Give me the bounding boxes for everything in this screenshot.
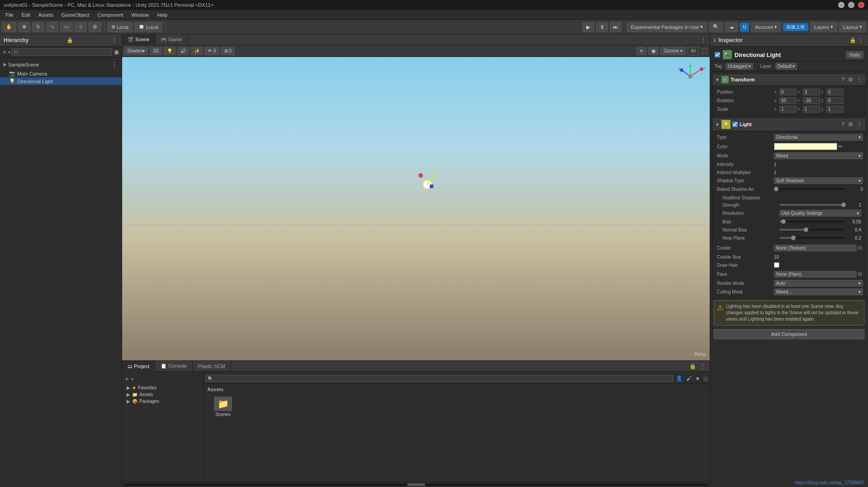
hierarchy-item-light[interactable]: 💡 Directional Light bbox=[0, 77, 122, 85]
transform-more-button[interactable]: ⋮ bbox=[856, 76, 863, 84]
transform-component-header[interactable]: ▼ ⊹ Transform ? ⚙ ⋮ bbox=[712, 73, 866, 86]
scenes-folder-item[interactable]: 📁 Scenes bbox=[207, 395, 239, 419]
hierarchy-expand[interactable]: ▣ bbox=[113, 48, 120, 56]
custom-tool[interactable]: ⚙ bbox=[89, 22, 101, 32]
bias-track[interactable] bbox=[779, 221, 844, 222]
assets-tree-item[interactable]: ▶ 📁 Assets bbox=[124, 391, 201, 398]
inspector-lock-button[interactable]: 🔒 bbox=[849, 36, 857, 44]
menu-file[interactable]: File bbox=[2, 11, 17, 19]
scale-tool[interactable]: ⤡ bbox=[46, 22, 58, 32]
hierarchy-add-button[interactable]: + bbox=[2, 47, 7, 57]
resolution-dropdown[interactable]: Use Quality Settings ▾ bbox=[779, 210, 861, 217]
scene-search-box[interactable]: All bbox=[688, 47, 699, 55]
hierarchy-item-scene[interactable]: SampleScene ⋮ bbox=[0, 60, 122, 70]
pos-z-input[interactable] bbox=[826, 89, 844, 95]
pos-y-input[interactable] bbox=[803, 89, 820, 95]
baked-shadow-track[interactable] bbox=[774, 188, 845, 190]
minimize-button[interactable]: ─ bbox=[838, 2, 844, 8]
scale-y-input[interactable] bbox=[803, 106, 820, 113]
menu-help[interactable]: Help bbox=[153, 11, 171, 19]
tab-game[interactable]: 🎮 Game bbox=[155, 34, 188, 45]
transform-settings-button[interactable]: ⚙ bbox=[847, 76, 854, 84]
rot-y-input[interactable] bbox=[803, 97, 820, 104]
draw-halo-checkbox[interactable] bbox=[774, 262, 779, 268]
menu-edit[interactable]: Edit bbox=[18, 11, 34, 19]
light-object[interactable] bbox=[423, 180, 432, 189]
tag-dropdown[interactable]: Untagged ▾ bbox=[726, 63, 753, 70]
hierarchy-more[interactable]: ⋮ bbox=[111, 36, 118, 44]
cookie-pick-button[interactable]: ⊙ bbox=[857, 244, 863, 252]
menu-assets[interactable]: Assets bbox=[35, 11, 57, 19]
gizmos-dropdown[interactable]: Gizmos ▾ bbox=[660, 47, 686, 55]
account-button[interactable]: Account ▾ bbox=[751, 22, 781, 32]
add-button[interactable]: + bbox=[124, 374, 129, 383]
layers-button[interactable]: Layers ▾ bbox=[810, 22, 837, 32]
scene-tabs-more[interactable]: ⋮ bbox=[700, 36, 710, 44]
scene-maximize[interactable]: ⛶ bbox=[701, 47, 708, 55]
menu-component[interactable]: Component bbox=[94, 11, 127, 19]
packages-tree-item[interactable]: ▶ 📦 Packages bbox=[124, 398, 201, 405]
tab-plasticscm[interactable]: Plastic SCM bbox=[193, 361, 231, 372]
inspector-more-button[interactable]: ⋮ bbox=[857, 36, 864, 44]
bottom-more-button[interactable]: ⋮ bbox=[699, 362, 706, 370]
light-enabled-checkbox[interactable] bbox=[732, 122, 738, 127]
scrollbar-track[interactable] bbox=[124, 483, 708, 486]
layer-dropdown[interactable]: Default ▾ bbox=[775, 63, 797, 70]
scene-camera-settings[interactable]: ✕ bbox=[636, 47, 646, 55]
strength-thumb[interactable] bbox=[841, 203, 846, 207]
assets-search-box[interactable]: 🔍 bbox=[205, 375, 673, 382]
tab-scene[interactable]: 🎬 Scene bbox=[122, 34, 155, 45]
scene-more-button[interactable]: ⋮ bbox=[111, 61, 118, 69]
light-settings-button[interactable]: ⚙ bbox=[847, 120, 854, 128]
experimental-packages-button[interactable]: Experimental Packages In Use ▾ bbox=[627, 22, 707, 32]
search-button[interactable]: 🔍 bbox=[709, 22, 723, 32]
color-swatch[interactable] bbox=[774, 143, 837, 150]
gameobject-enabled-checkbox[interactable] bbox=[715, 52, 720, 57]
move-tool[interactable]: ✥ bbox=[18, 22, 30, 32]
cookie-dropdown[interactable]: None (Texture) bbox=[774, 245, 857, 251]
near-plane-track[interactable] bbox=[779, 237, 844, 239]
static-button[interactable]: Static bbox=[846, 51, 863, 59]
render-mode-dropdown[interactable]: Auto ▾ bbox=[774, 280, 863, 287]
light-component-header[interactable]: ▼ 💡 Light ? ⚙ ⋮ bbox=[712, 118, 866, 131]
shadow-type-dropdown[interactable]: Soft Shadows ▾ bbox=[774, 177, 863, 184]
color-eyedropper[interactable]: ✏ bbox=[837, 142, 844, 151]
hierarchy-item-camera[interactable]: 📷 Main Camera bbox=[0, 70, 122, 77]
flare-pick-button[interactable]: ⊙ bbox=[857, 270, 863, 278]
upload-badge[interactable]: 拓拔上传 bbox=[783, 23, 808, 31]
strength-track[interactable] bbox=[779, 204, 844, 206]
layout-button[interactable]: Layout ▾ bbox=[839, 22, 866, 32]
transform-tool[interactable]: ⊹ bbox=[75, 22, 87, 32]
hidden-objects[interactable]: 👁 0 bbox=[204, 47, 219, 55]
close-button[interactable]: ✕ bbox=[858, 2, 864, 8]
menu-window[interactable]: Window bbox=[128, 11, 152, 19]
hierarchy-lock[interactable]: 🔒 bbox=[66, 36, 74, 44]
render-mode-button[interactable]: ▣ bbox=[648, 47, 659, 55]
light-toggle[interactable]: 💡 bbox=[164, 47, 175, 55]
flare-dropdown[interactable]: None (Flare) bbox=[774, 271, 857, 278]
bottom-lock-button[interactable]: 🔒 bbox=[688, 362, 697, 370]
rot-z-input[interactable] bbox=[826, 97, 844, 104]
hierarchy-search-box[interactable]: All bbox=[11, 48, 112, 56]
assets-star-icon[interactable]: ★ bbox=[694, 374, 701, 383]
light-more-button[interactable]: ⋮ bbox=[856, 120, 863, 128]
add-component-button[interactable]: Add Component bbox=[714, 329, 864, 339]
favorites-item[interactable]: ▶ ★ Favorites bbox=[124, 384, 201, 391]
2d-button[interactable]: 2D bbox=[150, 47, 162, 55]
culling-mask-dropdown[interactable]: Mixed... ▾ bbox=[774, 288, 863, 295]
shading-dropdown[interactable]: Shaded ▾ bbox=[124, 47, 148, 55]
baked-shadow-thumb[interactable] bbox=[774, 187, 778, 191]
type-dropdown[interactable]: Directional ▾ bbox=[774, 134, 863, 141]
menu-gameobject[interactable]: GameObject bbox=[58, 11, 93, 19]
near-plane-thumb[interactable] bbox=[791, 236, 796, 240]
pause-button[interactable]: ⏸ bbox=[596, 22, 608, 32]
bias-thumb[interactable] bbox=[781, 219, 786, 224]
pivot-button[interactable]: ⊕ Local bbox=[107, 22, 133, 32]
hand-tool[interactable]: ✋ bbox=[2, 22, 16, 32]
effects-toggle[interactable]: ✨ bbox=[191, 47, 203, 55]
tab-project[interactable]: 🗂 Project bbox=[122, 361, 155, 372]
transform-help-button[interactable]: ? bbox=[840, 76, 845, 84]
scale-z-input[interactable] bbox=[826, 106, 844, 113]
normal-bias-track[interactable] bbox=[779, 229, 844, 231]
tab-console[interactable]: 📋 Console bbox=[155, 361, 192, 372]
